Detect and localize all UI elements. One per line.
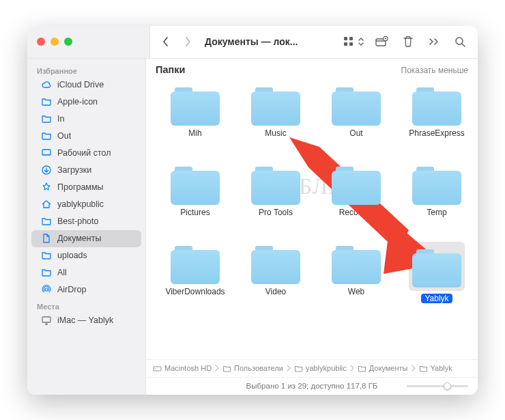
download-icon	[41, 165, 52, 176]
search-button[interactable]	[449, 32, 471, 51]
sidebar-item-загрузки[interactable]: Загрузки	[31, 162, 141, 179]
folder-icon	[41, 113, 52, 124]
sidebar-item-label: yablykpublic	[57, 199, 104, 209]
view-switcher[interactable]	[341, 36, 367, 48]
folder-grid[interactable]: ЯБЛЫК MihMusicOutPhraseExpressPicturesPr…	[146, 79, 478, 359]
sidebar-item-best-photo[interactable]: Best-photo	[31, 213, 141, 230]
show-less-link[interactable]: Показать меньше	[401, 66, 468, 75]
zoom-slider[interactable]	[407, 382, 468, 391]
svg-rect-2	[344, 42, 347, 46]
content: Избранное iCloud DriveApple-iconInOutРаб…	[27, 59, 478, 395]
cloud-icon	[41, 79, 52, 90]
sidebar-item-yablykpublic[interactable]: yablykpublic	[31, 196, 141, 213]
folder-item[interactable]: Pro Tools	[239, 163, 313, 236]
traffic-lights	[37, 38, 72, 46]
folder-label: ViberDownloads	[165, 287, 225, 296]
sidebar-item-label: iCloud Drive	[57, 80, 104, 89]
monitor-icon	[41, 315, 52, 326]
svg-point-10	[45, 288, 48, 291]
sidebar-item-airdrop[interactable]: AirDrop	[31, 281, 141, 298]
folder-item[interactable]: PhraseExpress	[400, 83, 474, 157]
path-segment-label: Yablyk	[431, 364, 452, 372]
main-panel: Папки Показать меньше ЯБЛЫК MihMusicOutP…	[146, 59, 478, 395]
finder-window: Документы — лок... Избранное iCloud Driv	[27, 26, 478, 395]
sidebar-item-рабочий-стол[interactable]: Рабочий стол	[31, 145, 141, 162]
path-segment-label: Macintosh HD	[164, 364, 212, 372]
svg-rect-3	[349, 42, 353, 46]
folder-icon	[251, 87, 300, 126]
folder-icon	[332, 167, 381, 205]
sidebar-item-uploads[interactable]: uploads	[31, 247, 141, 264]
path-segment[interactable]: Пользователи	[222, 364, 283, 373]
trash-button[interactable]	[397, 32, 419, 51]
doc-icon	[41, 233, 52, 244]
forward-button[interactable]	[179, 32, 197, 51]
sidebar-item-imac-—-yablyk[interactable]: iMac — Yablyk	[31, 312, 141, 329]
folder-icon	[332, 87, 381, 126]
sidebar-item-label: In	[57, 114, 64, 124]
titlebar-left	[27, 26, 150, 58]
folder-icon	[41, 267, 52, 278]
folder-item[interactable]: Music	[239, 83, 313, 157]
sidebar-section-favorites: Избранное	[27, 63, 145, 76]
sidebar-item-label: Программы	[57, 182, 104, 192]
folder-item[interactable]: Recovery	[319, 163, 393, 236]
path-segment[interactable]: yablykpublic	[294, 364, 347, 373]
path-segment[interactable]: Macintosh HD	[153, 364, 212, 373]
path-bar[interactable]: Macintosh HDПользователиyablykpublicДоку…	[146, 359, 478, 377]
sidebar-item-icloud-drive[interactable]: iCloud Drive	[31, 76, 141, 94]
sidebar-item-label: All	[57, 268, 67, 277]
folder-item[interactable]: Video	[239, 242, 313, 316]
maximize-button[interactable]	[64, 38, 72, 46]
toolbar: Документы — лок...	[150, 26, 478, 58]
folder-item[interactable]: Out	[319, 83, 393, 157]
folder-icon	[251, 246, 300, 284]
chevron-right-icon	[411, 365, 416, 372]
close-button[interactable]	[37, 38, 45, 46]
folder-label: Out	[349, 128, 362, 138]
svg-rect-1	[349, 37, 353, 40]
sidebar-item-label: iMac — Yablyk	[57, 316, 113, 325]
folder-item[interactable]: ViberDownloads	[158, 242, 232, 316]
sidebar-item-документы[interactable]: Документы	[31, 230, 141, 247]
folder-item[interactable]: Yablyk	[400, 242, 474, 316]
folder-icon	[412, 87, 461, 126]
back-button[interactable]	[157, 32, 175, 51]
airdrop-icon	[41, 284, 52, 295]
group-button[interactable]	[371, 32, 393, 51]
minimize-button[interactable]	[50, 38, 59, 46]
folder-label: Web	[348, 287, 364, 296]
folder-icon	[41, 250, 52, 261]
folder-label: Pictures	[180, 208, 210, 217]
titlebar: Документы — лок...	[27, 26, 478, 59]
folder-label: Video	[265, 287, 286, 296]
more-button[interactable]	[423, 32, 445, 51]
sidebar-item-out[interactable]: Out	[31, 128, 141, 145]
sidebar-item-label: uploads	[57, 251, 87, 260]
folder-icon	[41, 96, 52, 107]
folder-item[interactable]: Pictures	[158, 163, 232, 236]
folder-item[interactable]: Web	[319, 242, 393, 316]
sidebar-item-label: Best-photo	[57, 216, 98, 226]
folder-label: PhraseExpress	[409, 128, 464, 138]
folder-icon	[251, 167, 300, 205]
sidebar-item-in[interactable]: In	[31, 111, 141, 128]
sidebar-item-label: Документы	[57, 234, 101, 243]
home-icon	[41, 199, 52, 210]
path-segment-label: Пользователи	[234, 364, 283, 372]
sidebar-item-label: Рабочий стол	[57, 148, 111, 158]
folder-icon	[412, 167, 461, 205]
svg-point-15	[155, 368, 156, 369]
sidebar-item-программы[interactable]: Программы	[31, 179, 141, 196]
path-segment-label: yablykpublic	[306, 364, 347, 372]
folder-icon	[41, 130, 52, 141]
sidebar-item-apple-icon[interactable]: Apple-icon	[31, 94, 141, 111]
path-segment[interactable]: Документы	[358, 364, 408, 373]
folder-item[interactable]: Temp	[400, 163, 474, 236]
path-segment[interactable]: Yablyk	[419, 364, 452, 373]
folder-icon	[171, 167, 220, 205]
folder-item[interactable]: Mih	[158, 83, 232, 157]
sidebar-item-all[interactable]: All	[31, 264, 141, 281]
svg-rect-0	[344, 37, 347, 40]
folder-label: Mih	[188, 128, 201, 138]
